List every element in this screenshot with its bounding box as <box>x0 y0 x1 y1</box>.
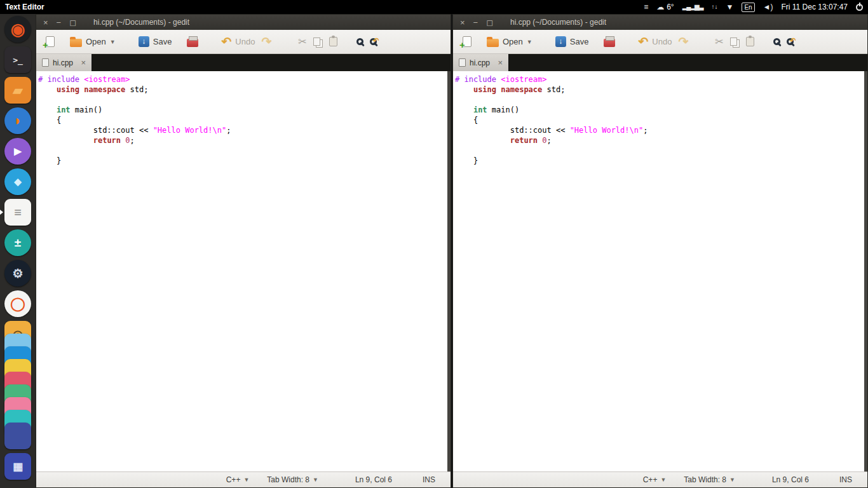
print-button[interactable] <box>600 35 618 49</box>
desktop: Text Editor ≡ ☁ 6° ▂▄▂▆▃ ↑↓ ▼ En ◄) Fri … <box>0 0 868 488</box>
session-menu-icon[interactable] <box>856 4 863 11</box>
open-label: Open <box>503 37 523 46</box>
redo-button[interactable]: ↷ <box>258 34 275 50</box>
tab-width-selector[interactable]: Tab Width: 8▼ <box>684 475 735 484</box>
launcher-item-terminal[interactable]: >_ <box>0 44 36 75</box>
tab-close-icon[interactable]: × <box>498 58 503 67</box>
wifi-icon[interactable]: ▼ <box>726 3 733 11</box>
print-button[interactable] <box>184 35 201 49</box>
launcher: ◉>_▰◗▶◆≡±⚙◯◎▦ <box>0 14 36 488</box>
minimize-button[interactable]: − <box>473 18 478 27</box>
open-folder-icon <box>487 39 499 47</box>
temperature-label: 6° <box>667 3 674 11</box>
terminal-icon: >_ <box>4 46 31 73</box>
find-replace-icon: ↶ <box>370 38 377 45</box>
launcher-item-ubuntu[interactable]: ◉ <box>0 14 36 44</box>
save-button[interactable]: ↓ Save <box>552 34 592 49</box>
window-title: hi.cpp (~/Documents) - gedit <box>93 18 189 27</box>
open-folder-icon <box>70 39 82 47</box>
network-traffic-icon[interactable]: ↑↓ <box>711 4 717 10</box>
redo-button[interactable]: ↷ <box>675 34 691 50</box>
ubuntu-icon: ◉ <box>4 16 31 43</box>
save-label: Save <box>153 37 172 46</box>
code-content: # include <iostream> using namespace std… <box>453 71 867 166</box>
new-document-button[interactable] <box>459 34 475 49</box>
language-selector[interactable]: C++▼ <box>226 475 250 484</box>
save-button[interactable]: ↓ Save <box>135 34 175 49</box>
launcher-item-text-editor[interactable]: ≡ <box>0 197 36 227</box>
weather-indicator[interactable]: ☁ 6° <box>656 3 674 11</box>
tab-close-icon[interactable]: × <box>81 58 86 67</box>
cursor-position: Ln 9, Col 6 <box>355 475 392 484</box>
running-indicator <box>0 210 3 215</box>
launcher-item-firefox[interactable]: ◗ <box>0 105 36 136</box>
launcher-item-stack-8[interactable] <box>0 421 36 451</box>
launcher-item-software-center[interactable]: ◯ <box>0 288 36 319</box>
open-label: Open <box>86 37 106 46</box>
window-controls: × − ◻ <box>36 18 76 27</box>
tab-hicpp[interactable]: hi.cpp × <box>453 54 509 71</box>
open-button[interactable]: Open ▼ <box>67 34 119 49</box>
scrollbar[interactable] <box>447 71 451 471</box>
undo-icon: ↶ <box>221 36 231 48</box>
undo-button[interactable]: ↶ Undo <box>218 34 258 50</box>
launcher-item-workspaces[interactable]: ▦ <box>0 451 36 482</box>
file-icon <box>42 58 49 67</box>
launcher-item-water-drop[interactable]: ◆ <box>0 166 36 197</box>
cut-icon: ✂ <box>298 37 306 47</box>
search-icon <box>356 38 363 45</box>
close-button[interactable]: × <box>43 18 48 27</box>
launcher-item-videos[interactable]: ▶ <box>0 136 36 166</box>
open-button[interactable]: Open ▼ <box>484 34 536 49</box>
cut-button[interactable]: ✂ <box>295 35 309 49</box>
language-selector[interactable]: C++▼ <box>643 475 667 484</box>
replace-button[interactable]: ↶ <box>367 36 380 47</box>
cut-icon: ✂ <box>715 37 723 47</box>
tab-label: hi.cpp <box>53 58 73 67</box>
messaging-menu-icon[interactable]: ≡ <box>644 3 648 11</box>
clock[interactable]: Fri 11 Dec 13:07:47 <box>781 3 848 11</box>
copy-button[interactable] <box>727 36 743 48</box>
tab-width-selector[interactable]: Tab Width: 8▼ <box>267 475 318 484</box>
paste-button[interactable] <box>743 35 757 48</box>
toolbar: Open ▼ ↓ Save ↶ Undo ↷ ✂ ↶ <box>453 30 867 54</box>
close-button[interactable]: × <box>460 18 465 27</box>
copy-button[interactable] <box>310 36 326 48</box>
keyboard-indicator[interactable]: En <box>742 3 754 12</box>
maximize-button[interactable]: ◻ <box>69 18 76 27</box>
new-document-button[interactable] <box>43 34 58 49</box>
maximize-button[interactable]: ◻ <box>486 18 493 27</box>
text-area[interactable]: # include <iostream> using namespace std… <box>36 71 451 471</box>
launcher-item-files[interactable]: ▰ <box>0 75 36 105</box>
titlebar[interactable]: × − ◻ hi.cpp (~/Documents) - gedit <box>453 15 867 30</box>
launcher-item-calculator[interactable]: ± <box>0 227 36 258</box>
replace-arrow-icon: ↶ <box>790 36 796 45</box>
find-button[interactable] <box>353 36 367 47</box>
firefox-icon: ◗ <box>4 107 31 134</box>
cut-button[interactable]: ✂ <box>712 35 726 49</box>
paste-button[interactable] <box>326 35 341 48</box>
window-controls: × − ◻ <box>453 18 493 27</box>
toolbar: Open ▼ ↓ Save ↶ Undo ↷ ✂ ↶ <box>36 30 451 54</box>
undo-label: Undo <box>235 37 255 46</box>
undo-icon: ↶ <box>638 36 648 48</box>
volume-icon[interactable]: ◄) <box>763 3 773 11</box>
new-document-icon <box>46 36 55 47</box>
copy-icon <box>730 37 737 46</box>
find-button[interactable] <box>770 36 783 47</box>
paste-icon <box>746 37 754 46</box>
print-icon <box>604 39 615 47</box>
undo-button[interactable]: ↶ Undo <box>635 34 675 50</box>
indicator-area: ≡ ☁ 6° ▂▄▂▆▃ ↑↓ ▼ En ◄) Fri 11 Dec 13:07… <box>644 3 868 12</box>
replace-button[interactable]: ↶ <box>783 36 797 47</box>
minimize-button[interactable]: − <box>57 18 62 27</box>
software-center-icon: ◯ <box>4 290 31 317</box>
scrollbar[interactable] <box>864 71 867 471</box>
system-monitor-icon[interactable]: ▂▄▂▆▃ <box>682 4 703 10</box>
titlebar[interactable]: × − ◻ hi.cpp (~/Documents) - gedit <box>36 15 451 30</box>
copy-icon <box>313 37 320 46</box>
launcher-item-steam[interactable]: ⚙ <box>0 258 36 288</box>
text-area[interactable]: # include <iostream> using namespace std… <box>453 71 867 471</box>
chevron-down-icon: ▼ <box>110 39 116 45</box>
tab-hicpp[interactable]: hi.cpp × <box>36 54 92 71</box>
